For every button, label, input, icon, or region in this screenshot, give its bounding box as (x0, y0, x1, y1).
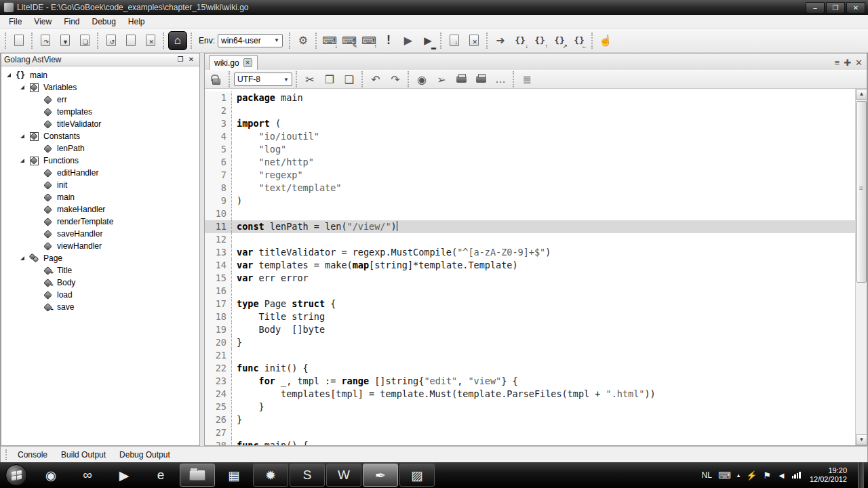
taskbar-firefox-icon[interactable]: ✹ (253, 464, 288, 487)
tree-item-Page[interactable]: Page (1, 252, 199, 264)
encoding-select[interactable]: UTF-8▼ (234, 73, 292, 86)
minimize-button[interactable]: – (806, 2, 825, 14)
tree-item-load[interactable]: load (1, 289, 199, 301)
volume-icon[interactable]: ◄ (777, 470, 786, 481)
code-line-23[interactable]: 23 for _, tmpl := range []string{"edit",… (205, 375, 855, 388)
output-tab-console[interactable]: Console (11, 448, 54, 462)
tab-wiki-go[interactable]: wiki.go ✕ (209, 55, 258, 70)
scrollbar-thumb[interactable] (856, 101, 867, 283)
taskbar-image-viewer-icon[interactable]: ▨ (399, 464, 435, 487)
code-line-6[interactable]: 6 "net/http" (205, 156, 855, 169)
jump-to-icon[interactable]: ➜ (492, 32, 509, 49)
pan-icon[interactable]: ☝ (597, 32, 614, 49)
reload-file-icon[interactable]: ↺ (102, 32, 120, 49)
code-line-17[interactable]: 17type Page struct { (205, 298, 855, 310)
export-icon[interactable]: ➢ (433, 70, 450, 88)
output-tab-debug-output[interactable]: Debug Output (113, 448, 177, 462)
code-line-24[interactable]: 24 templates[tmpl] = template.Must(templ… (205, 388, 855, 401)
taskbar-ie-icon[interactable]: e (143, 464, 178, 487)
tree-item-init[interactable]: init (1, 179, 199, 191)
cut-icon[interactable]: ✂ (301, 70, 319, 88)
tab-close-icon[interactable]: ✕ (243, 58, 252, 67)
brace-end-icon[interactable]: {}↑ (531, 32, 549, 49)
expand-arrow-icon[interactable] (7, 73, 11, 77)
code-line-1[interactable]: 1package main (205, 92, 855, 104)
code-line-26[interactable]: 26} (205, 413, 855, 426)
show-hidden-icons[interactable]: ▴ (737, 472, 741, 479)
code-line-7[interactable]: 7 "regexp" (205, 169, 855, 182)
file-icon[interactable] (122, 32, 140, 49)
code-line-25[interactable]: 25 } (205, 401, 855, 413)
tree-item-editHandler[interactable]: editHandler (1, 167, 199, 179)
action-center-flag-icon[interactable]: ⚑ (763, 470, 771, 481)
brace-back-icon[interactable]: {}← (570, 32, 588, 49)
code-line-19[interactable]: 19 Body []byte (205, 323, 855, 336)
undo-icon[interactable]: ↶ (367, 70, 384, 88)
scroll-down-icon[interactable]: ▼ (856, 434, 867, 445)
run-build-icon[interactable]: ▶▂ (419, 32, 437, 49)
taskbar-media-player-icon[interactable]: ▶ (106, 464, 142, 487)
code-line-4[interactable]: 4 "io/ioutil" (205, 130, 855, 143)
close-file-icon[interactable]: ✕ (142, 32, 159, 49)
redo-icon[interactable]: ↷ (387, 70, 404, 88)
power-icon[interactable]: ⚡ (746, 470, 757, 481)
new-file-icon[interactable] (10, 32, 28, 49)
record-macro-icon[interactable]: ◉ (413, 70, 431, 88)
add-editor-icon[interactable]: ✚ (844, 58, 851, 68)
tree-item-save[interactable]: +save (1, 301, 199, 313)
doc-delete-icon[interactable]: ✕ (465, 32, 483, 49)
save-file-icon[interactable]: ▼ (56, 32, 74, 49)
network-icon[interactable] (792, 472, 801, 479)
publish-build-icon[interactable]: ⌨↑ (360, 32, 378, 49)
taskbar-vs-icon[interactable]: ◉ (33, 464, 68, 487)
more-icon[interactable]: … (492, 70, 509, 88)
tree-item-Constants[interactable]: Constants (1, 130, 199, 142)
code-line-18[interactable]: 18 Title string (205, 310, 855, 323)
print-preview-icon[interactable] (472, 70, 490, 88)
expand-arrow-icon[interactable] (20, 85, 24, 89)
expand-arrow-icon[interactable] (20, 134, 24, 138)
editor-list-icon[interactable]: ≡ (835, 58, 840, 68)
code-line-14[interactable]: 14var templates = make(map[string]*templ… (205, 259, 855, 272)
keyboard-icon[interactable]: ⌨ (718, 470, 731, 481)
show-desktop-button[interactable] (858, 462, 864, 488)
home-button[interactable]: ⌂ (168, 31, 187, 50)
close-editor-icon[interactable]: ✕ (855, 58, 863, 68)
code-line-28[interactable]: 28func main() { (205, 439, 855, 445)
expand-arrow-icon[interactable] (20, 159, 24, 163)
language-indicator[interactable]: NL (702, 470, 712, 480)
edit-build-icon[interactable]: ⌨✎ (340, 32, 358, 49)
close-button[interactable]: ✕ (846, 2, 865, 14)
options-gear-icon[interactable]: ⚙ (294, 32, 312, 49)
expand-arrow-icon[interactable] (20, 256, 24, 260)
code-line-16[interactable]: 16 (205, 285, 855, 298)
code-line-15[interactable]: 15var err error (205, 272, 855, 285)
lock-icon[interactable] (208, 70, 225, 88)
code-line-8[interactable]: 8 "text/template" (205, 182, 855, 195)
doc-export-icon[interactable]: ↓ (446, 32, 463, 49)
compile-icon[interactable]: ! (380, 32, 397, 49)
menu-view[interactable]: View (28, 16, 58, 28)
tree-item-saveHandler[interactable]: saveHandler (1, 228, 199, 240)
code-line-20[interactable]: 20} (205, 336, 855, 349)
clock[interactable]: 19:2012/02/2012 (810, 466, 847, 484)
save-all-icon[interactable]: ❏ (76, 32, 94, 49)
taskbar-explorer-icon[interactable] (180, 464, 215, 487)
code-line-9[interactable]: 9) (205, 195, 855, 207)
code-line-3[interactable]: 3import ( (205, 117, 855, 130)
tree-item-lenPath[interactable]: lenPath (1, 142, 199, 155)
tree-item-main[interactable]: main (1, 191, 199, 203)
tree-item-titleValidator[interactable]: titleValidator (1, 118, 199, 130)
tree-item-renderTemplate[interactable]: renderTemplate (1, 216, 199, 228)
code-line-12[interactable]: 12 (205, 233, 855, 246)
code-line-5[interactable]: 5 "log" (205, 143, 855, 156)
code-line-22[interactable]: 22func init() { (205, 362, 855, 375)
word-wrap-icon[interactable]: ≣ (518, 70, 536, 88)
tree-item-Title[interactable]: +Title (1, 264, 199, 277)
taskbar-skype-icon[interactable]: S (290, 464, 325, 487)
copy-icon[interactable]: ❐ (321, 70, 338, 88)
tree-item-main[interactable]: {}main (1, 69, 199, 81)
taskbar-calculator-icon[interactable]: ▦ (216, 464, 252, 487)
taskbar-expression-icon[interactable]: ∞ (70, 464, 105, 487)
brace-match-icon[interactable]: {}↗ (551, 32, 568, 49)
